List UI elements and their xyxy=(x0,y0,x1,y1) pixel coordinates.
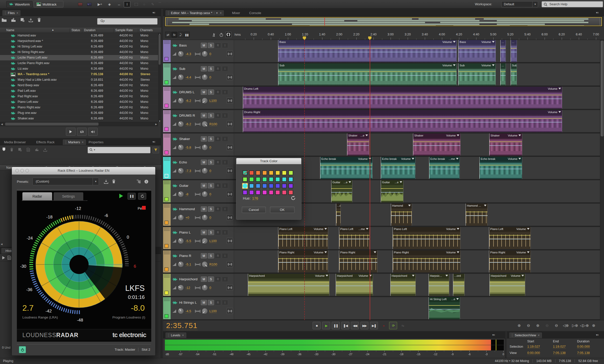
audio-clip[interactable]: ShakerVolume xyxy=(413,133,461,156)
pan-knob[interactable] xyxy=(202,308,208,314)
track-name[interactable]: DRUMS R xyxy=(179,114,195,117)
fast-forward-button[interactable]: ▶▶ xyxy=(360,322,368,329)
track-header[interactable]: DRUMS LMSRI-6.2L100 xyxy=(163,87,234,109)
clip-volume-label[interactable]: Volume xyxy=(401,157,411,160)
clip-dropdown-icon[interactable] xyxy=(412,158,414,160)
pan-envelope[interactable] xyxy=(347,145,369,146)
volume-knob[interactable] xyxy=(178,261,184,267)
files-play-button[interactable] xyxy=(66,128,76,136)
volume-value[interactable]: -4.4 xyxy=(185,75,191,79)
input-monitor-button[interactable]: I xyxy=(222,89,228,95)
color-swatch[interactable] xyxy=(243,170,247,175)
clip-volume-label[interactable]: Volume xyxy=(508,134,517,137)
ibeam-tool[interactable]: I xyxy=(124,1,130,7)
solo-button[interactable]: S xyxy=(208,113,214,118)
dialog-title[interactable]: Track Color xyxy=(236,158,301,164)
track-name[interactable]: Sub xyxy=(179,67,185,71)
input-monitor-button[interactable]: I xyxy=(222,277,228,282)
tab-files[interactable]: Files× xyxy=(2,10,21,16)
go-to-end-button[interactable]: ▶❚ xyxy=(370,322,378,329)
session-overview-bar[interactable] xyxy=(165,17,602,27)
audio-clip[interactable]: ...d xyxy=(336,204,341,226)
clip-dropdown-icon[interactable] xyxy=(492,41,495,43)
clip-volume-label[interactable]: ...e xyxy=(451,298,455,301)
track-color-strip[interactable] xyxy=(163,250,171,272)
input-monitor-button[interactable]: I xyxy=(222,43,228,48)
monitor-input-button[interactable] xyxy=(226,121,233,127)
pan-envelope[interactable] xyxy=(429,309,460,309)
mute-button[interactable]: M xyxy=(201,136,207,142)
track-color-strip[interactable] xyxy=(163,274,171,296)
clip-dropdown-icon[interactable] xyxy=(366,228,368,230)
pan-envelope[interactable] xyxy=(243,122,562,122)
search-help-input[interactable]: Search Help xyxy=(542,1,603,7)
track-color-swatch[interactable] xyxy=(165,127,168,131)
record-arm-button[interactable]: R xyxy=(215,136,221,142)
zoom-out-vertical-button[interactable]: ⊖ xyxy=(525,322,532,329)
volume-value[interactable]: -5.1 xyxy=(185,262,191,266)
close-icon[interactable]: × xyxy=(16,11,18,15)
volume-value[interactable]: +0 xyxy=(185,216,189,220)
pan-envelope[interactable] xyxy=(489,262,531,263)
track-lane[interactable]: HarpsichordVolumeHarpsichordVolumeHarpsi… xyxy=(234,274,600,296)
track-color-swatch[interactable] xyxy=(165,57,168,61)
workspace-dropdown[interactable]: Default▼ xyxy=(501,1,538,7)
record-arm-button[interactable]: R xyxy=(215,206,221,212)
volume-envelope[interactable] xyxy=(278,48,457,49)
volume-knob[interactable] xyxy=(178,214,184,221)
pan-value[interactable]: L100 xyxy=(209,99,217,103)
move-tool[interactable]: ▶✛ xyxy=(97,1,103,7)
volume-value[interactable]: -12 xyxy=(185,286,190,290)
file-row[interactable]: MA – Teardrop.sesx *7:05.13844100 HzSter… xyxy=(0,72,158,77)
clip-volume-label[interactable]: Volume xyxy=(516,251,526,254)
volume-envelope[interactable] xyxy=(381,188,403,189)
fx-button[interactable]: fx xyxy=(171,32,177,38)
clip-volume-label[interactable]: ...me xyxy=(358,228,365,231)
clip-dropdown-icon[interactable] xyxy=(518,134,521,136)
mute-button[interactable]: M xyxy=(201,89,207,95)
monitor-input-button[interactable] xyxy=(226,238,233,244)
markers-filter-button[interactable] xyxy=(153,147,159,153)
files-panel-menu[interactable]: ▾≡ xyxy=(153,11,159,15)
solo-button[interactable]: S xyxy=(208,206,214,212)
trash-icon[interactable] xyxy=(37,18,41,22)
monitor-input-button[interactable] xyxy=(226,74,233,80)
markers-panel-menu[interactable]: ▾≡ xyxy=(153,140,159,144)
close-icon[interactable]: × xyxy=(538,334,540,337)
file-row[interactable]: Hi String Right.wav6:26.48944100 HzMono xyxy=(0,50,158,55)
solo-button[interactable]: S xyxy=(208,277,214,282)
clip-volume-label[interactable]: Volume xyxy=(446,251,456,254)
clip-dropdown-icon[interactable] xyxy=(558,111,561,113)
color-swatch[interactable] xyxy=(269,190,274,195)
file-row[interactable]: Piano Left.wav6:26.48944100 HzMono xyxy=(0,99,158,105)
clip-dropdown-icon[interactable] xyxy=(484,205,486,206)
audio-clip[interactable]: BassVolume xyxy=(458,40,496,62)
track-color-strip[interactable] xyxy=(163,63,171,85)
audio-clip[interactable]: Echo breakVolume xyxy=(479,157,522,179)
track-lane[interactable]: Piano RightVolumePiano RightPiano RightV… xyxy=(234,250,600,272)
input-monitor-button[interactable]: I xyxy=(222,183,228,188)
record-arm-button[interactable]: R xyxy=(215,160,221,165)
volume-envelope[interactable] xyxy=(243,95,562,95)
volume-envelope[interactable] xyxy=(278,235,328,236)
tab-settings[interactable]: Settings xyxy=(54,192,83,200)
clip-dropdown-icon[interactable] xyxy=(374,251,376,253)
pan-knob[interactable] xyxy=(202,51,208,57)
pan-envelope[interactable] xyxy=(453,286,464,286)
volume-value[interactable]: -6.2 xyxy=(185,122,191,126)
volume-envelope[interactable] xyxy=(243,118,562,119)
pan-envelope[interactable] xyxy=(393,262,460,263)
tab-effects-rack[interactable]: Effects Rack xyxy=(33,139,58,145)
track-color-strip[interactable] xyxy=(163,227,171,249)
zoom-in-vertical-button[interactable]: ⊕ xyxy=(516,322,522,329)
monitor-input-button[interactable] xyxy=(226,261,233,267)
record-arm-button[interactable]: R xyxy=(215,66,221,71)
audio-clip[interactable]: Harpsic... xyxy=(429,274,449,296)
solo-button[interactable]: S xyxy=(208,160,214,165)
volume-envelope[interactable] xyxy=(381,165,415,165)
file-row[interactable]: Hamond.wav6:26.48944100 HzMono xyxy=(0,33,158,38)
open-folder-icon[interactable] xyxy=(2,18,7,22)
selection-duration[interactable]: 0:00.000 xyxy=(577,345,590,349)
clip-volume-label[interactable]: Volume xyxy=(446,228,456,231)
track-name[interactable]: Shaker xyxy=(179,137,190,141)
